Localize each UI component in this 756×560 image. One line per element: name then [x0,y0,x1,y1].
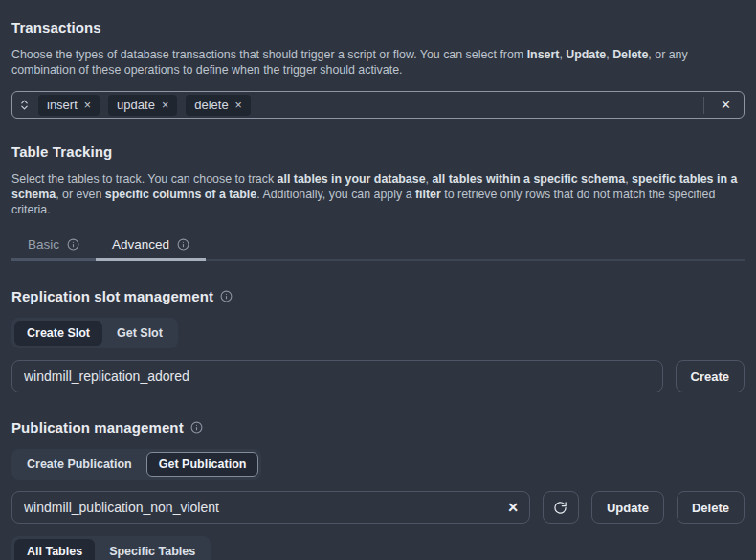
tables-scope-toggle-group: All Tables Specific Tables [11,536,211,560]
delete-publication-button[interactable]: Delete [677,491,745,524]
tag-insert: insert × [38,95,100,116]
create-slot-button[interactable]: Create Slot [14,321,102,346]
create-slot-submit-button[interactable]: Create [676,360,745,392]
refresh-icon [553,501,567,515]
tag-delete: delete × [186,95,251,116]
tag-delete-label: delete [194,98,228,112]
publication-header: Publication management [11,419,745,436]
tag-insert-remove-icon[interactable]: × [84,99,91,112]
transactions-multiselect[interactable]: insert × update × delete × ✕ [11,91,745,119]
publication-clear-icon[interactable]: ✕ [507,501,519,514]
table-tracking-title: Table Tracking [11,144,745,160]
tag-insert-label: insert [47,98,78,112]
replication-slot-title: Replication slot management [11,288,213,304]
tag-update-label: update [117,98,155,112]
transactions-description: Choose the types of database transaction… [11,47,745,78]
replication-slot-header: Replication slot management [11,288,745,304]
all-tables-button[interactable]: All Tables [14,539,95,560]
info-icon [190,421,203,434]
publication-mode-toggle-group: Create Publication Get Publication [11,449,261,480]
get-slot-button[interactable]: Get Slot [104,321,175,346]
publication-input-wrap: ✕ [11,491,530,524]
selected-tags: insert × update × delete × [38,95,251,116]
tab-basic-label: Basic [28,237,59,252]
tab-basic[interactable]: Basic [11,233,96,261]
chevrons-up-down-icon [18,99,31,111]
transactions-title: Transactions [11,19,745,35]
replication-slot-input-row: Create [11,360,745,392]
multiselect-clear-all-icon[interactable]: ✕ [712,98,738,112]
refresh-publication-button[interactable] [543,491,579,524]
replication-slot-input-wrap [11,360,663,392]
info-icon [177,238,189,251]
update-publication-button[interactable]: Update [591,491,664,524]
tag-update: update × [108,95,177,116]
info-icon [67,238,79,251]
tab-advanced[interactable]: Advanced [96,233,206,261]
table-tracking-tabs: Basic Advanced [11,233,745,261]
info-icon [220,290,233,302]
tag-delete-remove-icon[interactable]: × [235,99,242,112]
replication-slot-name-input[interactable] [11,360,663,392]
publication-name-input[interactable] [11,491,530,524]
tab-advanced-label: Advanced [112,237,169,252]
publication-input-row: ✕ Update Delete [11,491,745,524]
get-publication-button[interactable]: Get Publication [146,452,259,477]
create-publication-button[interactable]: Create Publication [14,452,145,477]
slot-mode-toggle-group: Create Slot Get Slot [11,318,178,348]
table-tracking-description: Select the tables to track. You can choo… [11,171,745,217]
specific-tables-button[interactable]: Specific Tables [97,539,208,560]
tag-update-remove-icon[interactable]: × [162,99,168,112]
publication-title: Publication management [11,419,184,436]
multiselect-divider [703,97,704,114]
